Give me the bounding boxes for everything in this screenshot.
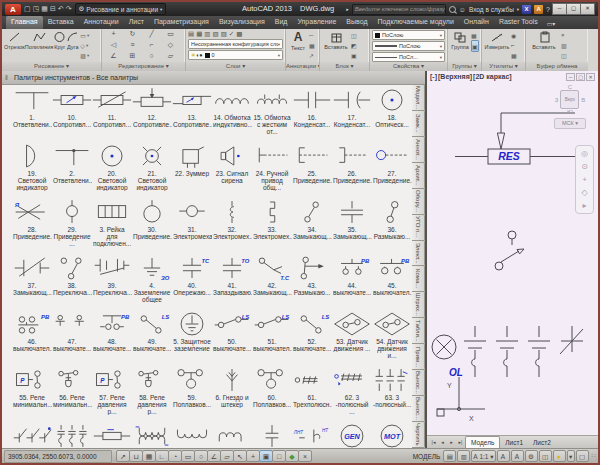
palette-item[interactable]: 27. Приведение...: [372, 141, 412, 197]
vp-minimize-button[interactable]: ─: [566, 73, 575, 81]
panel-title-annotation[interactable]: Аннотации ▾: [286, 62, 319, 71]
annotation-visibility-button[interactable]: A: [497, 450, 510, 462]
id-point-button[interactable]: ⌐: [511, 40, 517, 50]
text-button[interactable]: А Текст: [288, 30, 308, 62]
line-button[interactable]: Отрезок: [4, 30, 25, 62]
palette-tab-14[interactable]: Чертить: [412, 421, 425, 448]
next-layout-button[interactable]: ▸: [447, 437, 456, 448]
polyline-button[interactable]: Полилиния: [25, 30, 54, 62]
palette-item[interactable]: LS51. выключател...: [252, 309, 292, 365]
viewcube[interactable]: С З Верх В Ю МСК ▾: [547, 84, 593, 129]
minimize-button[interactable]: ─: [552, 3, 567, 15]
palette-item[interactable]: ЛНТНТ: [292, 421, 332, 448]
search-icon[interactable]: [449, 6, 456, 13]
tab-layout1[interactable]: Лист1: [500, 437, 528, 448]
drawing-area[interactable]: RES OL Y X [-][Верхняя][2D каркас] ─ ▢ ✕…: [427, 71, 598, 448]
new-icon[interactable]: ▢: [24, 4, 31, 14]
palette-item[interactable]: 62. 3 -полюсный ...: [332, 365, 372, 421]
palette-item[interactable]: P57. Реле давления р...: [92, 365, 132, 421]
palette-item[interactable]: 22. Зуммер: [172, 141, 212, 197]
palette-item[interactable]: 43. Размыкаю...: [292, 253, 332, 309]
rotate-button[interactable]: ↻: [123, 30, 142, 41]
palette-tab-6[interactable]: УГО п...: [412, 214, 425, 241]
first-layout-button[interactable]: |◂: [429, 437, 438, 448]
3dosnap-toggle[interactable]: ○: [194, 450, 208, 462]
palette-item[interactable]: [92, 421, 132, 448]
measure-button[interactable]: Измерить: [484, 30, 510, 62]
palette-item[interactable]: 63. 3 -полюсный...: [372, 365, 412, 421]
annotation-scale-button[interactable]: А 1:1 ▾: [471, 450, 495, 462]
ribbon-tab-12[interactable]: Raster Tools: [494, 16, 543, 29]
palette-item[interactable]: 12. Сопротивле...: [132, 85, 172, 141]
palette-item[interactable]: 60. Поплавков...: [252, 365, 292, 421]
palette-item[interactable]: 24. Ручной привод общ...: [252, 141, 292, 197]
isolate-objects-button[interactable]: ●: [553, 450, 566, 462]
tab-layout2[interactable]: Лист2: [528, 437, 556, 448]
tpy-toggle[interactable]: ▣: [259, 450, 273, 462]
search-input[interactable]: Введите ключевое слово/фразу: [352, 4, 446, 15]
plot-icon[interactable]: ⊟: [50, 4, 56, 14]
chevron-down-icon[interactable]: ▾: [517, 7, 519, 12]
status-menu-button[interactable]: ▾: [567, 450, 575, 462]
panel-title-utilities[interactable]: Утилиты ▾: [482, 62, 525, 71]
sc-toggle[interactable]: ◆: [285, 450, 299, 462]
layer-state-button[interactable]: ▩: [236, 30, 242, 38]
prev-layout-button[interactable]: ◂: [438, 437, 447, 448]
viewport-menu-button[interactable]: [-]: [430, 73, 437, 80]
palette-header[interactable]: Палитры инструментов - Все палитры: [2, 71, 425, 85]
palette-tab-8[interactable]: Кома...: [412, 265, 425, 292]
grid-toggle[interactable]: ▦: [142, 450, 156, 462]
move-button[interactable]: +: [104, 30, 123, 41]
palette-item[interactable]: 17. Конденсат...: [332, 85, 372, 141]
palette-item[interactable]: GEN: [332, 421, 372, 448]
ribbon-tab-8[interactable]: Управление: [292, 16, 341, 29]
undo-icon[interactable]: ↶: [58, 4, 64, 14]
panel-title-groups[interactable]: Группы ▾: [448, 62, 481, 71]
palette-item[interactable]: TC40. Опережаю...: [172, 253, 212, 309]
palette-tab-3[interactable]: Аннот...: [412, 136, 425, 163]
palette-item[interactable]: 37. Замыкающ...: [12, 253, 52, 309]
paste-special-button[interactable]: ◫: [561, 50, 567, 60]
wcs-dropdown[interactable]: МСК ▾: [554, 118, 586, 129]
palette-item[interactable]: 3. Рейка для подключен...: [92, 197, 132, 253]
palette-tab-13[interactable]: Вынос...: [412, 395, 425, 422]
lock-ui-button[interactable]: ◫: [539, 450, 552, 462]
palette-item[interactable]: 47. выключате...: [52, 309, 92, 365]
palette-item[interactable]: LS50. выключате...: [212, 309, 252, 365]
palette-item[interactable]: Я28. Приведение...: [12, 197, 52, 253]
compass-south[interactable]: Ю: [547, 109, 593, 115]
palette-item[interactable]: 54. Датчик движения и...: [372, 309, 412, 365]
palette-item[interactable]: PB45. выключател...: [372, 253, 412, 309]
palette-item[interactable]: 29. Приведение ...: [52, 197, 92, 253]
palette-item[interactable]: 35. Замыкающ...: [332, 197, 372, 253]
layer-off-button[interactable]: ▦: [196, 30, 202, 38]
tab-model[interactable]: Модель: [465, 436, 500, 448]
close-button[interactable]: ✕: [580, 3, 595, 15]
dynucs-toggle[interactable]: ▱: [220, 450, 234, 462]
quickcalc-button[interactable]: ◉: [511, 30, 517, 40]
quick-select-button[interactable]: ▦: [511, 50, 517, 60]
layer-lock-button[interactable]: ▧: [212, 30, 218, 38]
vp-restore-button[interactable]: ▢: [576, 73, 585, 81]
ribbon-tab-5[interactable]: Параметризация: [149, 16, 214, 29]
block-editor-button[interactable]: ▣: [351, 50, 357, 60]
palette-tab-11[interactable]: Прим...: [412, 343, 425, 370]
palette-item[interactable]: PB48. выключате...: [92, 309, 132, 365]
palette-item[interactable]: 56. Реле минимальн...: [52, 365, 92, 421]
palette-item[interactable]: [12, 421, 52, 448]
tab-overflow-icon[interactable]: ▭▾: [547, 20, 556, 29]
palette-tab-12[interactable]: Вынос...: [412, 369, 425, 396]
showmotion-icon[interactable]: ▸: [582, 201, 586, 210]
autodesk360-icon[interactable]: A: [534, 5, 543, 14]
view-control-button[interactable]: [Верхняя]: [438, 73, 472, 80]
layer-prev-button[interactable]: ✓: [229, 30, 234, 38]
snap-toggle[interactable]: ⊔: [129, 450, 143, 462]
palette-item[interactable]: 58. Реле давления р...: [132, 365, 172, 421]
steering-wheel-icon[interactable]: ◎: [581, 149, 588, 158]
palette-item[interactable]: 31. Электромеха...: [172, 197, 212, 253]
palette-item[interactable]: TO41. Запаздываю...: [212, 253, 252, 309]
rectangle-tool-button[interactable]: ▭▾: [80, 30, 89, 40]
paste-button[interactable]: Вставить: [528, 30, 560, 62]
hatch-tool-button[interactable]: ▨▾: [80, 50, 89, 60]
ribbon-tab-7[interactable]: Вид: [270, 16, 293, 29]
